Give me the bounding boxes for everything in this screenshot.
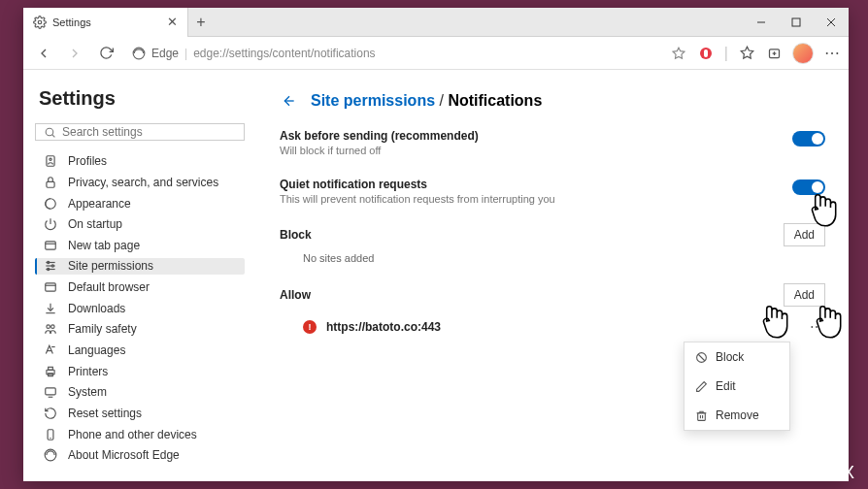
sidebar-item-downloads[interactable]: Downloads — [35, 300, 245, 317]
allow-add-button[interactable]: Add — [784, 283, 825, 307]
search-input[interactable] — [62, 125, 236, 139]
context-block-item[interactable]: Block — [684, 342, 789, 372]
main-panel: Site permissions / Notifications Ask bef… — [256, 70, 849, 481]
browser-tab[interactable]: Settings ✕ — [23, 8, 188, 37]
sidebar-item-label: Family safety — [68, 322, 137, 336]
sidebar-item-label: Printers — [68, 365, 108, 378]
sidebar-item-label: Phone and other devices — [68, 428, 197, 441]
quiet-requests-toggle[interactable] — [792, 179, 825, 195]
sidebar-item-onstartup[interactable]: On startup — [35, 215, 245, 233]
sidebar-item-appearance[interactable]: Appearance — [35, 195, 245, 212]
titlebar: Settings ✕ + — [23, 8, 849, 37]
search-settings-box[interactable] — [35, 123, 245, 141]
sidebar-item-profiles[interactable]: Profiles — [35, 152, 245, 170]
svg-point-32 — [51, 325, 55, 329]
search-icon — [44, 126, 56, 139]
watermark: UGETFIX — [767, 463, 856, 483]
breadcrumb: Site permissions / Notifications — [280, 91, 825, 111]
quiet-requests-title: Quiet notification requests — [280, 178, 781, 191]
collections-icon[interactable] — [765, 45, 783, 62]
sidebar-item-family[interactable]: Family safety — [35, 321, 245, 339]
svg-marker-6 — [673, 48, 684, 58]
context-remove-item[interactable]: Remove — [684, 401, 789, 430]
favorites-icon[interactable] — [738, 45, 755, 62]
svg-rect-38 — [46, 388, 56, 395]
svg-point-16 — [50, 158, 51, 160]
gear-icon — [33, 16, 47, 29]
sidebar-item-about[interactable]: About Microsoft Edge — [35, 446, 245, 464]
svg-rect-2 — [792, 18, 800, 26]
forward-button[interactable] — [62, 41, 87, 66]
browser-toolbar: Edge | edge://settings/content/notificat… — [23, 37, 849, 70]
allow-heading: Allow — [280, 288, 311, 302]
sidebar-item-reset[interactable]: Reset settings — [35, 405, 245, 422]
profile-avatar[interactable] — [792, 43, 814, 64]
system-icon — [43, 384, 58, 400]
svg-rect-46 — [697, 412, 705, 420]
permissions-icon — [43, 258, 58, 274]
sidebar-item-phone[interactable]: Phone and other devices — [35, 426, 245, 443]
svg-rect-36 — [49, 367, 53, 370]
download-icon — [43, 301, 58, 316]
context-edit-item[interactable]: Edit — [684, 372, 789, 401]
allow-site-url: https://batoto.co:443 — [326, 320, 798, 334]
new-tab-button[interactable]: + — [188, 10, 214, 35]
close-window-button[interactable] — [814, 8, 849, 37]
breadcrumb-current: Notifications — [448, 92, 542, 109]
read-aloud-icon[interactable] — [670, 45, 687, 62]
sidebar-item-defaultbrowser[interactable]: Default browser — [35, 278, 245, 296]
address-bar[interactable]: Edge | edge://settings/content/notificat… — [124, 41, 664, 66]
site-context-menu: Block Edit Remove — [684, 342, 790, 431]
reset-icon — [43, 406, 58, 421]
sidebar-item-languages[interactable]: Languages — [35, 342, 245, 359]
block-add-button[interactable]: Add — [784, 223, 825, 246]
ask-before-sending-sub: Will block if turned off — [280, 145, 781, 156]
address-url: edge://settings/content/notifications — [193, 47, 375, 60]
adblock-icon[interactable] — [697, 45, 715, 62]
sidebar-item-label: Profiles — [68, 154, 107, 168]
printer-icon — [43, 364, 58, 379]
svg-rect-20 — [46, 242, 56, 249]
sidebar-item-newtab[interactable]: New tab page — [35, 237, 245, 254]
language-icon — [43, 342, 58, 358]
sidebar-item-privacy[interactable]: Privacy, search, and services — [35, 174, 245, 191]
ask-before-sending-toggle[interactable] — [792, 131, 825, 147]
address-brand: Edge — [151, 47, 179, 60]
site-more-button[interactable]: ⋯ — [808, 318, 825, 336]
sidebar-item-label: New tab page — [68, 239, 140, 252]
breadcrumb-link[interactable]: Site permissions — [311, 92, 435, 109]
sidebar-item-label: Downloads — [68, 302, 125, 315]
family-icon — [43, 321, 58, 337]
svg-point-31 — [47, 325, 50, 329]
sidebar-item-label: Site permissions — [68, 259, 153, 273]
appearance-icon — [43, 196, 58, 212]
reload-button[interactable] — [93, 41, 118, 66]
edge-icon — [132, 47, 146, 60]
settings-heading: Settings — [35, 87, 245, 110]
minimize-button[interactable] — [744, 8, 779, 37]
sidebar-item-label: Appearance — [68, 197, 131, 211]
svg-rect-8 — [704, 49, 708, 57]
remove-icon — [694, 408, 708, 422]
newtab-icon — [43, 238, 58, 253]
sidebar-item-label: About Microsoft Edge — [68, 448, 180, 462]
block-icon — [694, 350, 708, 364]
back-button[interactable] — [31, 41, 56, 66]
breadcrumb-back-icon[interactable] — [280, 91, 299, 111]
sidebar-item-sitepermissions[interactable]: Site permissions — [35, 258, 245, 276]
block-heading: Block — [280, 228, 312, 242]
sidebar-item-system[interactable]: System — [35, 384, 245, 402]
quiet-requests-sub: This will prevent notification requests … — [280, 193, 781, 205]
sidebar-item-label: Privacy, search, and services — [68, 176, 218, 189]
site-favicon-icon: ! — [303, 320, 317, 334]
maximize-button[interactable] — [779, 8, 814, 37]
phone-icon — [43, 427, 58, 442]
svg-line-14 — [52, 134, 55, 137]
sidebar-item-printers[interactable]: Printers — [35, 363, 245, 380]
sidebar-item-label: Languages — [68, 343, 125, 357]
tab-title: Settings — [52, 16, 161, 28]
sidebar-item-label: On startup — [68, 217, 122, 231]
close-tab-icon[interactable]: ✕ — [167, 15, 178, 29]
ask-before-sending-title: Ask before sending (recommended) — [280, 129, 781, 143]
more-menu-icon[interactable]: ⋯ — [823, 45, 841, 62]
